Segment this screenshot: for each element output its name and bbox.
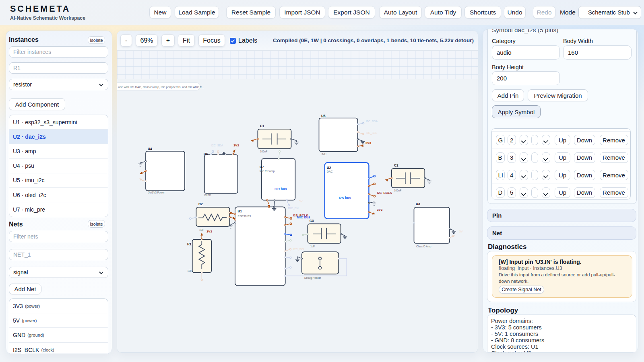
svg-text:3V3: 3V3 [365, 141, 372, 145]
svg-text:ode with I2S DAC, class-D amp,: ode with I2S DAC, class-D amp, I2C perip… [118, 85, 204, 89]
svg-text:100nF: 100nF [394, 189, 401, 192]
svg-text:10k: 10k [188, 269, 192, 272]
svg-text:U1: U1 [238, 210, 242, 213]
svg-text:I2C_SCL: I2C_SCL [293, 248, 305, 251]
svg-text:5V/3V3 Power: 5V/3V3 Power [148, 191, 165, 194]
svg-text:OLED: OLED [204, 194, 211, 197]
svg-text:Class-D Amp: Class-D Amp [416, 245, 431, 248]
svg-text:C1: C1 [260, 124, 264, 128]
svg-text:100nF: 100nF [260, 150, 267, 153]
svg-text:U2: U2 [327, 166, 331, 170]
svg-text:U4: U4 [148, 147, 152, 151]
svg-text:I2S_BCLK: I2S_BCLK [377, 191, 392, 195]
svg-text:DAC: DAC [327, 170, 333, 173]
svg-text:I2C_SCL: I2C_SCL [366, 132, 378, 135]
svg-text:ESP32-S3: ESP32-S3 [238, 215, 251, 218]
svg-text:I2S_BCLK: I2S_BCLK [293, 214, 308, 217]
svg-text:U6: U6 [204, 152, 208, 156]
svg-text:5V: 5V [459, 230, 463, 233]
svg-text:I2S bus: I2S bus [339, 196, 351, 200]
svg-text:U5: U5 [321, 114, 326, 118]
svg-text:5V: 5V [299, 200, 303, 203]
svg-text:Debug Header: Debug Header [304, 276, 321, 280]
svg-text:U7: U7 [260, 165, 264, 169]
svg-text:I2C bus: I2C bus [275, 187, 287, 191]
svg-text:3V3: 3V3 [233, 144, 239, 147]
svg-text:I2C_SDA: I2C_SDA [366, 120, 378, 123]
svg-text:3V3: 3V3 [206, 230, 213, 233]
svg-text:IMU: IMU [322, 153, 326, 156]
svg-text:1uF: 1uF [310, 245, 315, 248]
svg-text:10k: 10k [199, 228, 204, 231]
svg-text:C3: C3 [310, 219, 314, 223]
svg-text:3V3: 3V3 [377, 208, 383, 212]
svg-text:U3: U3 [416, 202, 420, 206]
svg-text:C2: C2 [394, 164, 398, 167]
svg-text:Mic Preamp: Mic Preamp [260, 170, 275, 173]
svg-text:I2C_SDA: I2C_SDA [211, 144, 223, 147]
svg-text:R2: R2 [198, 202, 203, 206]
svg-text:R1: R1 [187, 243, 192, 246]
svg-text:MIC_EN: MIC_EN [288, 207, 298, 210]
